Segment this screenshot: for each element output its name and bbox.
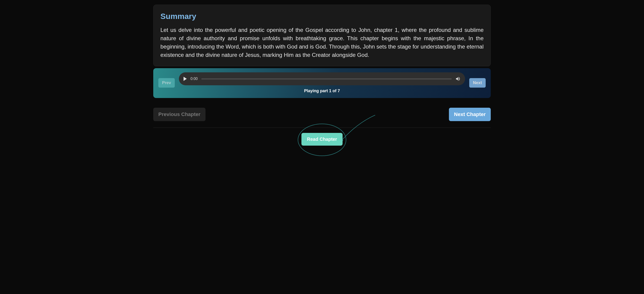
next-part-button[interactable]: Next	[469, 78, 486, 88]
audio-progress-track[interactable]	[201, 78, 452, 80]
summary-title: Summary	[160, 12, 484, 21]
summary-text: Let us delve into the powerful and poeti…	[160, 26, 484, 59]
player-center: 0:00 Playing part 1 of 7	[179, 72, 465, 94]
read-chapter-button[interactable]: Read Chapter	[302, 133, 342, 146]
chapter-nav: Previous Chapter Next Chapter	[153, 108, 491, 128]
audio-controls: 0:00	[179, 72, 465, 85]
audio-time: 0:00	[190, 77, 198, 81]
audio-player-card: Prev 0:00 Playing part 1 of 7 Next	[153, 68, 491, 98]
prev-part-button[interactable]: Prev	[158, 78, 175, 88]
next-chapter-button[interactable]: Next Chapter	[449, 108, 491, 121]
play-icon[interactable]	[184, 77, 187, 81]
previous-chapter-button[interactable]: Previous Chapter	[153, 108, 206, 121]
read-chapter-section: Read Chapter	[153, 128, 491, 155]
playing-status: Playing part 1 of 7	[179, 88, 465, 94]
volume-icon[interactable]	[456, 76, 460, 81]
summary-card: Summary Let us delve into the powerful a…	[153, 4, 491, 66]
